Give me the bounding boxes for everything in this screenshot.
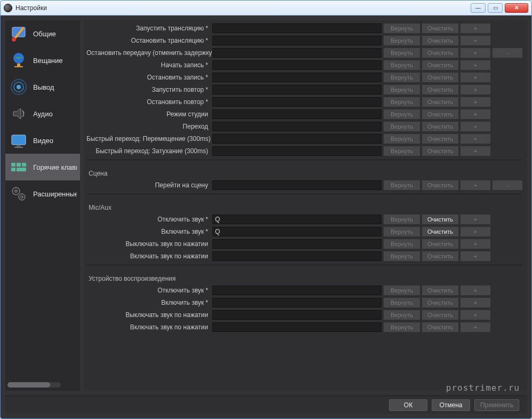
revert-button[interactable]: Вернуть [384, 73, 420, 82]
revert-button[interactable]: Вернуть [384, 23, 420, 33]
clear-button[interactable]: Очистить [422, 36, 458, 45]
clear-button[interactable]: Очистить [422, 322, 458, 332]
hotkey-input[interactable] [212, 180, 382, 190]
revert-button[interactable]: Вернуть [384, 48, 420, 58]
sidebar-item-hotkeys[interactable]: Горячие клавиши [5, 154, 80, 180]
add-button[interactable]: + [460, 122, 490, 131]
add-button[interactable]: + [460, 310, 490, 320]
hotkey-input[interactable] [212, 23, 382, 33]
add-button[interactable]: + [460, 85, 490, 94]
revert-button[interactable]: Вернуть [384, 60, 420, 70]
revert-button[interactable]: Вернуть [384, 227, 420, 236]
hotkey-input[interactable] [212, 146, 382, 156]
hotkey-input[interactable] [212, 36, 382, 45]
clear-button[interactable]: Очистить [422, 134, 458, 144]
clear-button[interactable]: Очистить [422, 73, 458, 82]
hotkey-input[interactable] [212, 48, 382, 58]
hotkey-input[interactable] [212, 227, 382, 236]
cancel-button[interactable]: Отмена [432, 399, 470, 411]
ok-button[interactable]: ОК [389, 399, 427, 411]
add-button[interactable]: + [460, 180, 490, 190]
revert-button[interactable]: Вернуть [384, 36, 420, 45]
add-button[interactable]: + [460, 298, 490, 307]
add-button[interactable]: + [460, 48, 490, 58]
hotkey-input[interactable] [212, 251, 382, 261]
revert-button[interactable]: Вернуть [384, 180, 420, 190]
revert-button[interactable]: Вернуть [384, 215, 420, 224]
revert-button[interactable]: Вернуть [384, 85, 420, 94]
clear-button[interactable]: Очистить [422, 48, 458, 58]
add-button[interactable]: + [460, 109, 490, 119]
revert-button[interactable]: Вернуть [384, 97, 420, 107]
clear-button[interactable]: Очистить [422, 109, 458, 119]
add-button[interactable]: + [460, 215, 490, 224]
add-button[interactable]: + [460, 60, 490, 70]
revert-button[interactable]: Вернуть [384, 310, 420, 320]
broadcast-icon [9, 77, 29, 97]
sidebar-item-output[interactable]: Вывод [5, 74, 80, 100]
revert-button[interactable]: Вернуть [384, 146, 420, 156]
add-button[interactable]: + [460, 73, 490, 82]
clear-button[interactable]: Очистить [422, 310, 458, 320]
clear-button[interactable]: Очистить [422, 239, 458, 249]
add-button[interactable]: + [460, 322, 490, 332]
revert-button[interactable]: Вернуть [384, 298, 420, 307]
add-button[interactable]: + [460, 36, 490, 45]
revert-button[interactable]: Вернуть [384, 251, 420, 261]
remove-button[interactable]: - [493, 180, 522, 190]
hotkey-input[interactable] [212, 298, 382, 307]
add-button[interactable]: + [460, 227, 490, 236]
revert-button[interactable]: Вернуть [384, 134, 420, 144]
clear-button[interactable]: Очистить [422, 85, 458, 94]
revert-button[interactable]: Вернуть [384, 322, 420, 332]
hotkey-input[interactable] [212, 122, 382, 131]
clear-button[interactable]: Очистить [422, 251, 458, 261]
sidebar-item-video[interactable]: Видео [5, 127, 80, 154]
sidebar-scrollbar[interactable] [7, 382, 61, 388]
hotkey-input[interactable] [212, 60, 382, 70]
clear-button[interactable]: Очистить [422, 23, 458, 33]
revert-button[interactable]: Вернуть [384, 109, 420, 119]
revert-button[interactable]: Вернуть [384, 239, 420, 249]
hotkey-input[interactable] [212, 73, 382, 82]
hotkey-input[interactable] [212, 109, 382, 119]
clear-button[interactable]: Очистить [422, 97, 458, 107]
hotkey-input[interactable] [212, 215, 382, 224]
clear-button[interactable]: Очистить [422, 180, 458, 190]
hotkey-label: Включать звук по нажатии [86, 252, 210, 260]
hotkey-label: Переход [86, 123, 210, 130]
revert-button[interactable]: Вернуть [384, 286, 420, 295]
hotkey-input[interactable] [212, 85, 382, 94]
hotkey-input[interactable] [212, 239, 382, 249]
minimize-button[interactable]: — [471, 3, 486, 13]
hotkey-input[interactable] [212, 310, 382, 320]
revert-button[interactable]: Вернуть [384, 122, 420, 131]
hotkey-input[interactable] [212, 134, 382, 144]
sidebar-item-general[interactable]: Общие [5, 20, 80, 47]
add-button[interactable]: + [460, 251, 490, 261]
sidebar-item-audio[interactable]: Аудио [5, 100, 80, 127]
hotkey-input[interactable] [212, 322, 382, 332]
apply-button[interactable]: Применить [474, 399, 519, 411]
clear-button[interactable]: Очистить [422, 286, 458, 295]
hotkey-input[interactable] [212, 286, 382, 295]
clear-button[interactable]: Очистить [422, 298, 458, 307]
clear-button[interactable]: Очистить [422, 122, 458, 131]
clear-button[interactable]: Очистить [422, 215, 458, 224]
remove-button[interactable]: - [493, 48, 522, 58]
sidebar-item-advanced[interactable]: Расширенные [5, 180, 80, 207]
sidebar-item-stream[interactable]: Вещание [5, 47, 80, 74]
clear-button[interactable]: Очистить [422, 227, 458, 236]
add-button[interactable]: + [460, 134, 490, 144]
add-button[interactable]: + [460, 97, 490, 107]
add-button[interactable]: + [460, 286, 490, 295]
clear-button[interactable]: Очистить [422, 146, 458, 156]
add-button[interactable]: + [460, 146, 490, 156]
add-button[interactable]: + [460, 239, 490, 249]
add-button[interactable]: + [460, 23, 490, 33]
maximize-button[interactable]: ▭ [488, 3, 503, 13]
clear-button[interactable]: Очистить [422, 60, 458, 70]
close-button[interactable]: ✕ [505, 3, 528, 13]
hotkey-label: Остановить запись * [86, 74, 210, 81]
hotkey-input[interactable] [212, 97, 382, 107]
